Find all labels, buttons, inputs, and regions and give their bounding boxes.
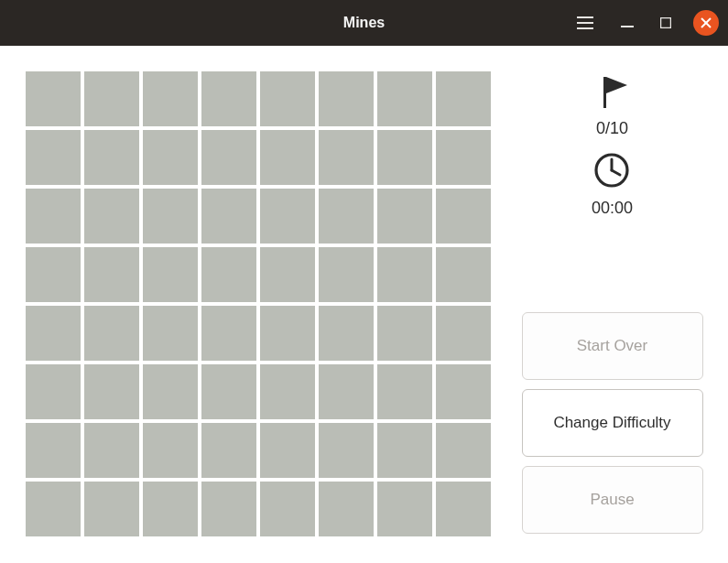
start-over-button[interactable]: Start Over (522, 312, 703, 380)
close-icon (701, 17, 712, 28)
mine-cell[interactable] (201, 306, 256, 361)
mine-cell[interactable] (436, 189, 491, 244)
mine-cell[interactable] (260, 364, 315, 419)
svg-rect-1 (577, 22, 593, 24)
mine-cell[interactable] (377, 482, 432, 536)
mine-cell[interactable] (26, 364, 81, 419)
mine-cell[interactable] (436, 423, 491, 478)
maximize-icon (660, 17, 671, 28)
mine-cell[interactable] (319, 306, 374, 361)
change-difficulty-button[interactable]: Change Difficulty (522, 389, 703, 457)
mine-cell[interactable] (26, 71, 81, 126)
mine-cell[interactable] (260, 306, 315, 361)
mine-cell[interactable] (143, 482, 198, 536)
mine-cell[interactable] (26, 189, 81, 244)
mine-cell[interactable] (26, 306, 81, 361)
pause-button[interactable]: Pause (522, 466, 703, 534)
hamburger-menu-button[interactable] (570, 8, 600, 38)
mine-cell[interactable] (201, 247, 256, 302)
mine-cell[interactable] (377, 247, 432, 302)
content-area: 0/10 00:00 Start Over Change Difficulty … (0, 46, 728, 563)
mine-cell[interactable] (143, 306, 198, 361)
mine-cell[interactable] (377, 189, 432, 244)
mine-cell[interactable] (84, 482, 139, 536)
mine-cell[interactable] (377, 306, 432, 361)
mine-cell[interactable] (201, 71, 256, 126)
minefield-grid (26, 71, 491, 536)
mine-cell[interactable] (319, 247, 374, 302)
mine-cell[interactable] (377, 423, 432, 478)
window-title: Mines (343, 15, 385, 31)
mine-cell[interactable] (143, 247, 198, 302)
mine-cell[interactable] (319, 364, 374, 419)
mine-cell[interactable] (319, 189, 374, 244)
mine-cell[interactable] (377, 130, 432, 185)
mine-cell[interactable] (143, 364, 198, 419)
clock-icon (592, 151, 631, 193)
mine-cell[interactable] (84, 247, 139, 302)
mine-cell[interactable] (201, 423, 256, 478)
mine-cell[interactable] (201, 189, 256, 244)
mine-cell[interactable] (436, 130, 491, 185)
mine-cell[interactable] (436, 482, 491, 536)
mine-cell[interactable] (84, 130, 139, 185)
hamburger-icon (577, 16, 593, 29)
mine-cell[interactable] (84, 423, 139, 478)
mine-cell[interactable] (377, 71, 432, 126)
mine-cell[interactable] (319, 130, 374, 185)
svg-rect-3 (621, 26, 634, 27)
mine-cell[interactable] (26, 130, 81, 185)
mine-cell[interactable] (26, 482, 81, 536)
mine-cell[interactable] (201, 482, 256, 536)
mine-cell[interactable] (26, 247, 81, 302)
mine-cell[interactable] (143, 189, 198, 244)
mine-cell[interactable] (319, 71, 374, 126)
minimize-button[interactable] (616, 12, 638, 34)
sidebar: 0/10 00:00 Start Over Change Difficulty … (518, 71, 706, 541)
mine-cell[interactable] (436, 247, 491, 302)
mine-cell[interactable] (436, 364, 491, 419)
stats-panel: 0/10 00:00 (591, 71, 635, 218)
svg-rect-4 (661, 18, 671, 28)
titlebar: Mines (0, 0, 728, 46)
mine-cell[interactable] (260, 189, 315, 244)
mine-cell[interactable] (143, 71, 198, 126)
mine-cell[interactable] (84, 364, 139, 419)
mine-cell[interactable] (84, 306, 139, 361)
mine-cell[interactable] (260, 130, 315, 185)
mine-cell[interactable] (201, 130, 256, 185)
mine-cell[interactable] (84, 71, 139, 126)
mine-cell[interactable] (260, 423, 315, 478)
titlebar-controls (570, 8, 719, 38)
minimize-icon (621, 16, 634, 29)
mine-cell[interactable] (377, 364, 432, 419)
close-button[interactable] (693, 10, 719, 36)
mine-cell[interactable] (319, 423, 374, 478)
mine-cell[interactable] (143, 130, 198, 185)
svg-rect-0 (577, 16, 593, 18)
timer: 00:00 (592, 151, 633, 218)
mine-cell[interactable] (26, 423, 81, 478)
mine-cell[interactable] (436, 306, 491, 361)
svg-rect-2 (577, 27, 593, 29)
mine-cell[interactable] (84, 189, 139, 244)
svg-line-9 (612, 170, 620, 175)
maximize-button[interactable] (655, 12, 677, 34)
timer-text: 00:00 (592, 199, 633, 218)
mine-cell[interactable] (260, 247, 315, 302)
flag-counter: 0/10 (591, 71, 635, 138)
flag-count-text: 0/10 (596, 119, 628, 138)
sidebar-buttons: Start Over Change Difficulty Pause (522, 312, 703, 534)
mine-cell[interactable] (143, 423, 198, 478)
mine-cell[interactable] (201, 364, 256, 419)
flag-icon (591, 71, 635, 115)
mine-cell[interactable] (319, 482, 374, 536)
mine-cell[interactable] (260, 482, 315, 536)
mine-cell[interactable] (260, 71, 315, 126)
mine-cell[interactable] (436, 71, 491, 126)
